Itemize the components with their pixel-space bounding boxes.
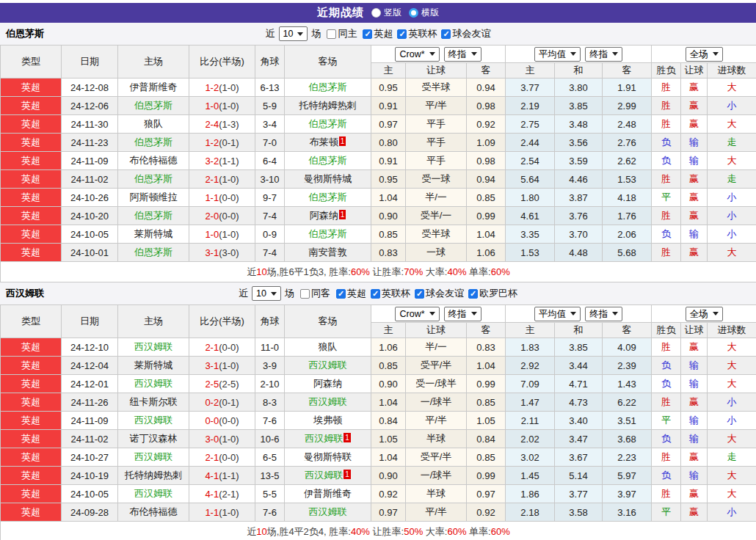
halftime-score: (1-0)	[219, 434, 239, 445]
handicap-odds-cell: 0.90	[371, 375, 406, 393]
verdict-cell: 负	[652, 152, 681, 170]
verdict-cell: 小	[708, 207, 756, 225]
handicap-odds-cell: 1.04	[467, 357, 506, 375]
verdict-cell: 赢	[681, 485, 708, 503]
odds-stage-select[interactable]: 终指	[585, 47, 622, 62]
average-select[interactable]: 平均值	[534, 47, 581, 62]
column-header: 客	[603, 63, 652, 79]
league-filter[interactable]: 英联杯	[371, 287, 410, 300]
fulltime-score: 1-0	[205, 229, 219, 240]
handicap-odds-cell: 平手	[406, 134, 467, 152]
odds-stage-select[interactable]: 终指	[585, 307, 622, 321]
column-header: 主	[506, 63, 555, 79]
home-team-cell: 伊普斯维奇	[118, 79, 189, 97]
league-filter[interactable]: 球会友谊	[415, 287, 464, 300]
corners-cell: 3-4	[255, 115, 285, 134]
average-odds-cell: 3.35	[506, 225, 555, 244]
same-venue-filter[interactable]: 同主	[327, 27, 357, 40]
average-odds-cell: 2.92	[506, 357, 555, 375]
odds-group-header: 平均值终指	[506, 305, 652, 323]
handicap-odds-cell: 0.95	[371, 79, 406, 97]
view-option-vertical[interactable]: 竖版	[371, 7, 401, 19]
match-row: 英超24-11-09布伦特福德3-2(1-1)6-4伯恩茅斯0.91平手0.98…	[1, 152, 756, 170]
league-filter[interactable]: 英超	[363, 27, 393, 40]
same-venue-filter[interactable]: 同客	[300, 287, 330, 300]
league-filter[interactable]: 欧罗巴杯	[468, 287, 517, 300]
fulltime-score: 3-1	[205, 360, 219, 371]
average-select[interactable]: 平均值	[534, 307, 581, 321]
home-team-cell: 狼队	[118, 115, 189, 134]
checkbox-icon	[468, 289, 478, 299]
away-team-name: 伯恩茅斯	[309, 191, 347, 202]
league-badge: 英超	[1, 338, 62, 357]
recent-count-select[interactable]: 10	[252, 286, 281, 301]
corners-cell: 7-4	[255, 207, 285, 225]
away-team-cell: 托特纳姆热刺	[285, 97, 371, 115]
column-header-type: 类型	[1, 45, 62, 79]
home-team-cell: 布伦特福德	[118, 152, 189, 170]
column-header: 让球	[406, 63, 467, 79]
verdict-cell: 赢	[681, 503, 708, 522]
league-badge: 英超	[1, 152, 62, 170]
odds-stage-select[interactable]: 终指	[444, 307, 481, 321]
verdict-cell: 赢	[681, 448, 708, 467]
home-team-cell: 布伦特福德	[118, 503, 189, 522]
home-team-name: 阿斯顿维拉	[130, 191, 178, 202]
column-header-date: 日期	[62, 305, 118, 338]
average-odds-cell: 1.53	[506, 244, 555, 262]
away-team-cell: 布莱顿1	[285, 134, 371, 152]
league-filter[interactable]: 球会友谊	[441, 27, 490, 40]
odds-stage-select[interactable]: 终指	[444, 47, 481, 62]
verdict-cell: 负	[652, 375, 681, 393]
handicap-odds-cell: 0.98	[467, 97, 506, 115]
date-cell: 24-11-23	[62, 134, 118, 152]
home-team-name: 莱斯特城	[134, 228, 172, 239]
corners-cell: 6-4	[255, 152, 285, 170]
home-team-cell: 诺丁汉森林	[118, 430, 189, 448]
verdict-cell: 小	[708, 503, 756, 522]
view-option-horizontal[interactable]: 横版	[409, 7, 439, 19]
score-cell: 2-5(2-5)	[189, 375, 255, 393]
recent-count-select[interactable]: 10	[279, 26, 308, 41]
average-odds-cell: 3.85	[555, 338, 603, 357]
average-odds-cell: 5.97	[603, 467, 652, 485]
corners-cell: 9-7	[255, 189, 285, 207]
fulltime-score: 2-4	[205, 119, 219, 130]
corners-cell: 3-10	[255, 170, 285, 189]
handicap-odds-cell: 受一球	[406, 170, 467, 189]
league-filter[interactable]: 英超	[336, 287, 366, 300]
away-team-cell: 伯恩茅斯	[285, 115, 371, 134]
away-team-cell: 曼彻斯特城	[285, 170, 371, 189]
verdict-cell: 胜	[652, 97, 681, 115]
column-header: 让球	[406, 323, 467, 338]
date-cell: 24-10-27	[62, 448, 118, 467]
handicap-odds-cell: 0.97	[467, 485, 506, 503]
league-filter-label: 欧罗巴杯	[479, 287, 517, 300]
home-team-name: 狼队	[144, 118, 163, 129]
chevron-down-icon	[429, 52, 435, 56]
average-odds-cell: 3.51	[603, 412, 652, 430]
score-cell: 1-0(1-0)	[189, 225, 255, 244]
bookmaker-select[interactable]: Crow*	[395, 307, 439, 321]
column-header-date: 日期	[62, 45, 118, 79]
average-odds-cell: 2.02	[506, 430, 555, 448]
select-value: 平均值	[539, 48, 567, 60]
home-team-name: 西汉姆联	[134, 488, 172, 499]
away-team-cell: 伯恩茅斯	[285, 79, 371, 97]
bookmaker-select[interactable]: Crow*	[395, 47, 439, 62]
league-filter[interactable]: 英联杯	[397, 27, 437, 40]
handicap-odds-cell: 一/球半	[406, 467, 467, 485]
handicap-odds-cell: 受一/球半	[406, 375, 467, 393]
average-odds-cell: 2.76	[603, 134, 652, 152]
radio-icon	[371, 8, 381, 18]
radio-option-label: 竖版	[384, 7, 401, 19]
filters: 近 10 场 同主 英超英联杯球会友谊	[266, 26, 491, 41]
scope-select[interactable]: 全场	[686, 307, 723, 321]
verdict-cell: 赢	[681, 79, 708, 97]
home-team-cell: 莱斯特城	[118, 225, 189, 244]
match-row: 英超24-11-09西汉姆联0-0(0-0)7-6埃弗顿0.84平/半1.052…	[1, 412, 756, 430]
summary-segment: 单率:	[466, 266, 490, 277]
corners-cell: 2-10	[255, 375, 285, 393]
games-label: 场	[285, 287, 294, 300]
scope-select[interactable]: 全场	[686, 47, 723, 62]
